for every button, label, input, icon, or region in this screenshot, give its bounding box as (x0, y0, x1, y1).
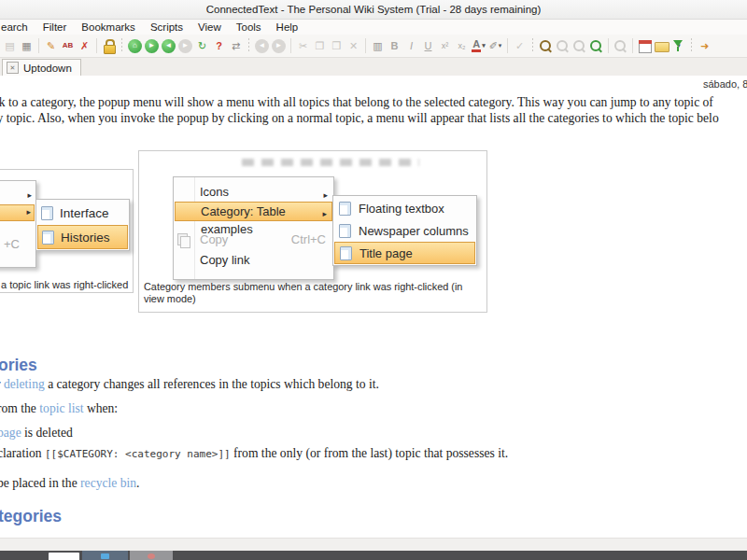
toolbar-separator (38, 38, 39, 53)
delete-topic-icon[interactable]: ✗ (77, 38, 92, 54)
toolbar: ▤▦✎AB✗⌂►◄►↻?⇄◄►✂❐❒✕▥BIUx²x₂A▾✐▾✓▾▾➜ (0, 35, 747, 58)
find-files-icon[interactable]: ▾ (654, 38, 669, 54)
section-heading-categories: ories (0, 356, 37, 375)
text-fragment: . (136, 476, 139, 490)
shortcut-label: Ctrl+C (291, 230, 326, 250)
menu-search[interactable]: earch (0, 21, 35, 34)
superscript-icon[interactable]: x² (437, 38, 453, 54)
save-icon[interactable]: ▤ (2, 38, 18, 54)
help-icon[interactable]: ? (211, 38, 227, 54)
paragraph-recycle-bin: be placed in the recycle bin. (0, 476, 140, 491)
history-back-icon[interactable]: ◄ (255, 39, 269, 53)
toolbar-separator (608, 38, 609, 53)
edit-topic-icon[interactable]: ✎ (43, 38, 59, 54)
date-text: sábado, 8 (703, 78, 747, 90)
underline-icon-glyph: U (425, 41, 432, 51)
dropdown-arrow-icon: ▾ (499, 42, 502, 49)
spellcheck-icon[interactable]: AB (60, 38, 76, 54)
go-forward-icon[interactable]: ► (145, 39, 159, 53)
menu-tools[interactable]: Tools (229, 21, 269, 34)
font-color-icon[interactable]: A▾ (471, 38, 486, 54)
link-page[interactable]: page (0, 426, 21, 440)
go-back-icon-glyph: ◄ (165, 42, 173, 49)
autospell-icon[interactable]: ✓ (512, 38, 528, 54)
toolbar-separator (507, 38, 508, 53)
underline-icon[interactable]: U (420, 38, 436, 54)
italic-icon[interactable]: I (403, 38, 419, 54)
menu-row-highlighted: ▸ (0, 204, 35, 221)
menu-item-copy-link: Copy link (174, 250, 333, 271)
help-icon-glyph: ? (216, 41, 222, 51)
reload-topic-icon[interactable]: ↻ (194, 38, 210, 54)
intro-line-2: ry topic. Also, when you invoke the popu… (0, 111, 719, 126)
figure-category-members-menu: Icons ▸ Category: Table examples ▸ Copy … (138, 150, 487, 313)
toolbar-separator (365, 38, 366, 53)
lock-icon[interactable] (101, 38, 117, 54)
subscript-icon[interactable]: x₂ (454, 38, 470, 54)
window-title: ConnectedText - The Personal Wiki System… (206, 4, 542, 15)
find-previous-icon[interactable] (571, 38, 587, 54)
taskbar-button-blue[interactable] (82, 551, 128, 560)
intro-line-1: nk to a category, the popup menu will sh… (0, 95, 713, 110)
menu-help[interactable]: Help (269, 21, 306, 34)
cut-icon[interactable]: ✂ (295, 38, 311, 54)
submenu-item-label: Floating textbox (359, 202, 444, 216)
page-end-strip (0, 538, 747, 551)
columns-icon[interactable]: ▥ (370, 38, 386, 54)
document-icon (340, 246, 352, 260)
toolbar-separator (531, 38, 534, 53)
screenshot-context-menu: Icons ▸ Category: Table examples ▸ Copy … (173, 176, 334, 280)
delete-icon[interactable]: ✕ (345, 38, 361, 54)
link-topic-list[interactable]: topic list (39, 401, 83, 415)
tab-close-icon[interactable]: ✕ (7, 62, 19, 74)
history-forward-icon[interactable]: ► (272, 39, 286, 53)
highlighter-icon[interactable]: ✐▾ (487, 38, 503, 54)
go-back-icon[interactable]: ◄ (162, 39, 176, 53)
submenu-item-label: Title page (359, 246, 413, 260)
document-icon (42, 231, 54, 245)
menu-bookmarks[interactable]: Bookmarks (74, 21, 143, 34)
highlighter-icon-glyph: ✐ (489, 41, 498, 51)
dropdown-arrow-icon: ▾ (660, 42, 664, 49)
reload-topic-icon-glyph: ↻ (198, 41, 206, 51)
next-topic-icon-glyph: ► (182, 42, 190, 49)
bold-icon[interactable]: B (387, 38, 402, 54)
menu-row: ▸ (0, 188, 35, 204)
menu-scripts[interactable]: Scripts (143, 21, 190, 34)
find-topic-icon[interactable] (588, 38, 604, 54)
windows-taskbar (0, 551, 747, 560)
link-deleting[interactable]: deleting (4, 377, 45, 391)
submenu-item-label: Interface (60, 206, 109, 220)
calendar-icon[interactable] (637, 38, 653, 54)
go-forward-icon-glyph: ► (148, 42, 156, 49)
next-topic-icon[interactable]: ► (178, 39, 192, 53)
goto-icon[interactable] (613, 38, 628, 54)
figure-caption: a topic link was right-clicked (1, 279, 128, 290)
subscript-icon-glyph: x₂ (458, 42, 466, 50)
paste-icon[interactable]: ❒ (329, 38, 345, 54)
export-icon[interactable]: ➜ (697, 38, 712, 54)
copy-toolbar-icon[interactable]: ❐ (312, 38, 328, 54)
home-topic-icon[interactable]: ⌂ (128, 39, 142, 53)
taskbar-button-white[interactable] (49, 553, 79, 560)
link-recycle-bin[interactable]: recycle bin (80, 476, 136, 490)
figure-topic-link-menu: ▸ ▸ +C Interface Histories a topic link … (0, 169, 134, 293)
delete-icon-glyph: ✕ (349, 41, 358, 51)
text-fragment: rom the (0, 401, 39, 415)
menu-view[interactable]: View (190, 21, 229, 34)
taskbar-button-grey[interactable] (130, 551, 173, 560)
print-icon[interactable]: ▦ (19, 38, 35, 54)
text-fragment: from the only (or from the last) topic t… (231, 446, 509, 460)
search-icon[interactable] (538, 38, 554, 54)
menu-filter[interactable]: Filter (35, 21, 75, 34)
menu-item-label: Icons (200, 185, 229, 199)
random-topic-icon[interactable]: ⇄ (228, 38, 244, 54)
tab-uptodown[interactable]: ✕ Uptodown (2, 59, 81, 77)
spellcheck-icon-glyph: AB (63, 42, 74, 49)
toolbar-separator (290, 38, 291, 53)
filter-icon[interactable]: ▾ (670, 38, 686, 54)
find-next-icon[interactable] (555, 38, 571, 54)
menu-item-label: Copy (200, 232, 228, 246)
paragraph-page-deleted: page is deleted (0, 426, 73, 441)
columns-icon-glyph: ▥ (373, 41, 382, 51)
